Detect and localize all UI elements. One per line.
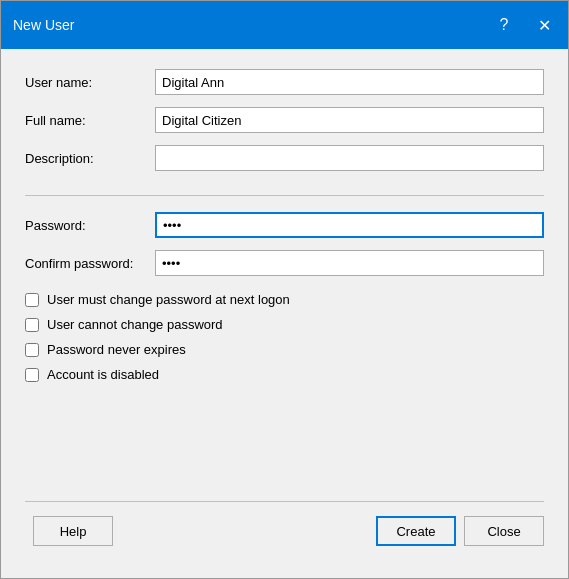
dialog-title: New User: [13, 17, 492, 33]
user-info-section: User name: Full name: Description:: [25, 69, 544, 171]
chk-must-change-password[interactable]: [25, 293, 39, 307]
description-row: Description:: [25, 145, 544, 171]
username-input[interactable]: [155, 69, 544, 95]
title-bar-controls: ? ✕: [492, 13, 556, 37]
help-icon-button[interactable]: ?: [492, 13, 516, 37]
chk-cannot-change-password-label: User cannot change password: [47, 317, 223, 332]
fullname-label: Full name:: [25, 113, 155, 128]
confirm-password-row: Confirm password:: [25, 250, 544, 276]
confirm-password-label: Confirm password:: [25, 256, 155, 271]
chk-must-change-password-label: User must change password at next logon: [47, 292, 290, 307]
chk-account-disabled[interactable]: [25, 368, 39, 382]
help-button[interactable]: Help: [33, 516, 113, 546]
checkbox-row-1[interactable]: User must change password at next logon: [25, 292, 544, 307]
checkbox-row-3[interactable]: Password never expires: [25, 342, 544, 357]
password-row: Password:: [25, 212, 544, 238]
checkboxes-section: User must change password at next logon …: [25, 292, 544, 382]
checkbox-row-4[interactable]: Account is disabled: [25, 367, 544, 382]
fullname-row: Full name:: [25, 107, 544, 133]
fullname-input[interactable]: [155, 107, 544, 133]
chk-password-never-expires[interactable]: [25, 343, 39, 357]
chk-cannot-change-password[interactable]: [25, 318, 39, 332]
chk-account-disabled-label: Account is disabled: [47, 367, 159, 382]
password-section: Password: Confirm password:: [25, 212, 544, 276]
create-button[interactable]: Create: [376, 516, 456, 546]
button-row: Help Create Close: [25, 516, 544, 562]
password-input[interactable]: [155, 212, 544, 238]
username-row: User name:: [25, 69, 544, 95]
chk-password-never-expires-label: Password never expires: [47, 342, 186, 357]
description-input[interactable]: [155, 145, 544, 171]
description-label: Description:: [25, 151, 155, 166]
new-user-dialog: New User ? ✕ User name: Full name: Descr…: [0, 0, 569, 579]
close-button[interactable]: Close: [464, 516, 544, 546]
section-divider-2: [25, 501, 544, 502]
section-divider-1: [25, 195, 544, 196]
dialog-content: User name: Full name: Description: Passw…: [1, 49, 568, 578]
checkbox-row-2[interactable]: User cannot change password: [25, 317, 544, 332]
title-bar: New User ? ✕: [1, 1, 568, 49]
close-icon-button[interactable]: ✕: [532, 13, 556, 37]
confirm-password-input[interactable]: [155, 250, 544, 276]
username-label: User name:: [25, 75, 155, 90]
password-label: Password:: [25, 218, 155, 233]
